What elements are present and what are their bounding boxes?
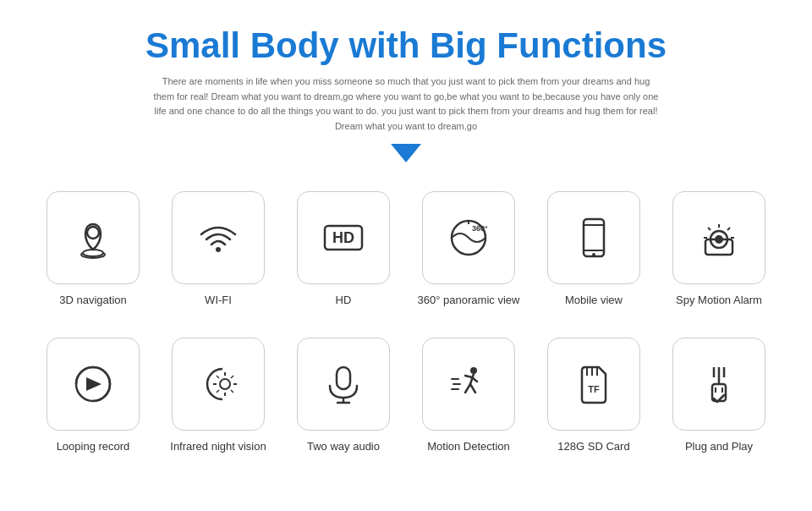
- svg-point-22: [220, 379, 230, 389]
- panoramic-icon: 360°: [443, 212, 494, 263]
- svg-line-30: [231, 390, 233, 393]
- feature-hd: HD HD: [284, 191, 403, 308]
- arrow-down-icon: [391, 144, 421, 162]
- svg-rect-31: [337, 367, 350, 389]
- icon-box-sdcard: TF: [547, 338, 640, 431]
- mobile-icon: [568, 212, 619, 263]
- label-sdcard: 128G SD Card: [557, 439, 629, 454]
- label-motion: Motion Detection: [427, 439, 510, 454]
- feature-looping: Looping record: [34, 338, 152, 454]
- svg-text:360°: 360°: [472, 224, 488, 233]
- feature-spy-alarm: Spy Motion Alarm: [660, 191, 778, 308]
- label-wifi: WI-FI: [205, 293, 232, 308]
- svg-line-16: [708, 228, 710, 230]
- icon-box-plug: [672, 338, 765, 431]
- icon-box-infrared: [172, 338, 265, 431]
- looping-icon: [68, 359, 118, 409]
- plug-icon: [694, 359, 744, 409]
- icon-box-hd: HD: [297, 191, 390, 284]
- label-panoramic: 360° panoramic view: [418, 293, 520, 308]
- page: Small Body with Big Functions There are …: [0, 0, 812, 480]
- label-looping: Looping record: [57, 439, 130, 454]
- hd-icon: HD: [318, 212, 369, 263]
- label-spy-alarm: Spy Motion Alarm: [676, 293, 762, 308]
- svg-line-29: [217, 390, 219, 393]
- icon-box-spy-alarm: [672, 191, 765, 284]
- svg-line-28: [231, 376, 233, 378]
- icon-box-motion: [422, 338, 515, 431]
- label-hd: HD: [336, 293, 352, 308]
- label-mobile: Mobile view: [565, 293, 623, 308]
- svg-point-0: [87, 227, 99, 239]
- svg-point-2: [216, 247, 221, 252]
- motion-icon: [443, 359, 494, 409]
- svg-line-17: [727, 228, 730, 230]
- location-icon: [68, 212, 118, 263]
- svg-point-14: [715, 235, 723, 244]
- main-title: Small Body with Big Functions: [34, 25, 778, 66]
- svg-line-27: [217, 376, 219, 378]
- feature-3d-nav: 3D navigation: [34, 191, 152, 308]
- mic-icon: [318, 359, 369, 409]
- label-infrared: Infrared night vision: [170, 439, 266, 454]
- subtitle: There are moments in life when you miss …: [152, 74, 660, 134]
- svg-line-38: [465, 384, 470, 393]
- features-row-2: Looping record: [34, 338, 778, 454]
- svg-text:HD: HD: [332, 229, 354, 246]
- label-3d-nav: 3D navigation: [59, 293, 127, 308]
- alarm-icon: [694, 212, 744, 263]
- feature-mobile: Mobile view: [535, 191, 653, 308]
- icon-box-mobile: [547, 191, 640, 284]
- features-row-1: 3D navigation WI-FI: [34, 191, 778, 308]
- icon-box-3d-nav: [47, 191, 140, 284]
- icon-box-looping: [47, 338, 140, 431]
- header: Small Body with Big Functions There are …: [34, 25, 778, 162]
- label-twoway: Two way audio: [307, 439, 380, 454]
- feature-infrared: Infrared night vision: [159, 338, 277, 454]
- feature-sdcard: TF 128G SD Card: [535, 338, 653, 454]
- label-plug: Plug and Play: [685, 439, 753, 454]
- sdcard-icon: TF: [568, 359, 619, 409]
- svg-text:TF: TF: [588, 384, 600, 394]
- feature-wifi: WI-FI: [159, 191, 277, 308]
- infrared-icon: [193, 359, 244, 409]
- icon-box-twoway: [297, 338, 390, 431]
- svg-line-39: [470, 384, 475, 393]
- icon-box-panoramic: 360°: [422, 191, 515, 284]
- svg-point-11: [592, 253, 595, 256]
- features-grid: 3D navigation WI-FI: [34, 171, 778, 462]
- feature-twoway: Two way audio: [284, 338, 403, 454]
- feature-panoramic: 360° 360° panoramic view: [409, 191, 528, 308]
- icon-box-wifi: [172, 191, 265, 284]
- feature-plug: Plug and Play: [660, 338, 778, 454]
- feature-motion: Motion Detection: [409, 338, 528, 454]
- svg-marker-21: [86, 377, 102, 391]
- wifi-icon: [193, 212, 244, 263]
